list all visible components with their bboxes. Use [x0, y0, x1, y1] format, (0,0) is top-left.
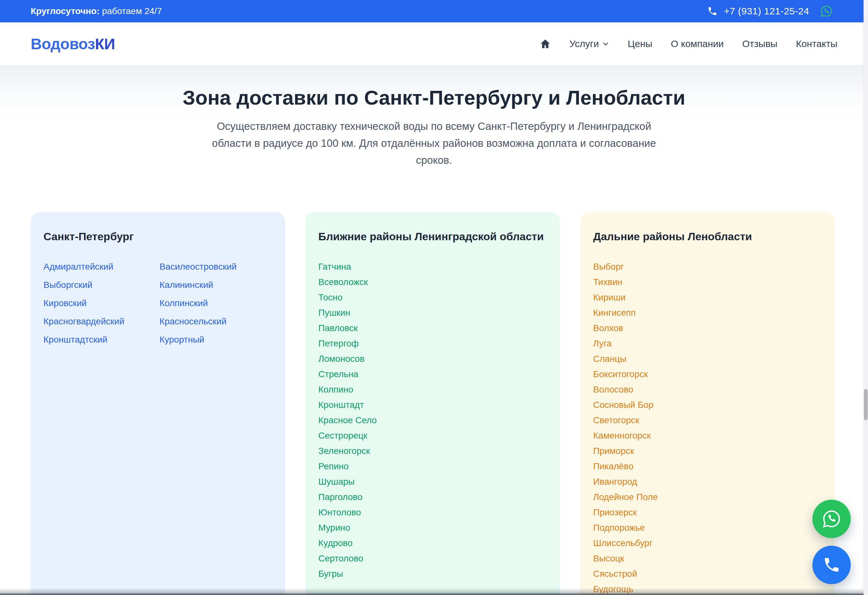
card-saint-petersburg: Санкт-Петербург АдмиралтейскийВасилеостр… — [31, 212, 285, 595]
region-link[interactable]: Сертолово — [318, 553, 363, 564]
region-link[interactable]: Приозерск — [593, 507, 637, 518]
region-link[interactable]: Сосновый Бор — [593, 400, 654, 410]
whatsapp-icon[interactable] — [820, 5, 833, 18]
nav-item-home[interactable] — [539, 38, 551, 50]
nav-item-contacts[interactable]: Контакты — [796, 38, 837, 49]
page-title: Зона доставки по Санкт-Петербургу и Лено… — [0, 86, 868, 110]
region-link[interactable]: Шушары — [318, 476, 354, 487]
whatsapp-icon — [822, 509, 841, 529]
nav-item-prices[interactable]: Цены — [628, 38, 652, 49]
hero-section: Зона доставки по Санкт-Петербургу и Лено… — [0, 65, 868, 169]
district-list: ВыборгТихвинКиришиКингисеппВолховЛугаСла… — [593, 261, 822, 595]
phone-number[interactable]: +7 (931) 121-25-24 — [724, 6, 809, 17]
region-link[interactable]: Павловск — [318, 323, 357, 334]
home-icon — [539, 38, 551, 50]
region-link[interactable]: Ивангород — [593, 476, 637, 487]
region-link[interactable]: Лодейное Поле — [593, 492, 658, 503]
region-link[interactable]: Колпино — [318, 384, 353, 395]
region-link[interactable]: Тихвин — [593, 277, 623, 287]
whatsapp-fab[interactable] — [812, 500, 851, 538]
region-link[interactable]: Красногвардейский — [43, 316, 124, 327]
region-link[interactable]: Бокситогорск — [593, 369, 648, 380]
region-link[interactable]: Будогощь — [593, 584, 633, 595]
phone-icon — [822, 556, 840, 574]
region-link[interactable]: Петергоф — [318, 338, 359, 349]
region-link[interactable]: Кронштадт — [318, 400, 364, 410]
region-link[interactable]: Каменногорск — [593, 430, 651, 441]
region-link[interactable]: Бугры — [318, 568, 343, 579]
region-link[interactable]: Стрельна — [318, 369, 358, 380]
region-link[interactable]: Мурино — [318, 522, 350, 533]
phone-icon — [707, 6, 717, 16]
card-title: Санкт-Петербург — [43, 228, 272, 245]
region-link[interactable]: Пушкин — [318, 308, 350, 318]
nav-item-services[interactable]: Услуги — [570, 38, 609, 49]
region-link[interactable]: Василеостровский — [159, 261, 236, 272]
header: ВодовозКИ Услуги Цены О компании Отзывы … — [0, 22, 868, 65]
region-link[interactable]: Репино — [318, 461, 349, 472]
card-near-lenoblast: Ближние районы Ленинградской области Гат… — [306, 212, 560, 595]
nav-item-about[interactable]: О компании — [671, 38, 723, 49]
region-link[interactable]: Калининский — [159, 280, 213, 290]
schedule-text: Круглосуточно: работаем 24/7 — [31, 6, 162, 16]
region-link[interactable]: Кингисепп — [593, 308, 636, 318]
region-link[interactable]: Пикалёво — [593, 461, 633, 472]
nav-item-reviews[interactable]: Отзывы — [743, 38, 778, 49]
region-link[interactable]: Тосно — [318, 292, 342, 303]
region-link[interactable]: Луга — [593, 338, 612, 349]
region-link[interactable]: Шлиссельбург — [593, 538, 652, 549]
region-link[interactable]: Сестрорецк — [318, 430, 367, 441]
card-title: Ближние районы Ленинградской области — [318, 228, 547, 245]
delivery-zone-cards: Санкт-Петербург АдмиралтейскийВасилеостр… — [0, 212, 868, 595]
card-far-lenoblast: Дальние районы Ленобласти ВыборгТихвинКи… — [580, 212, 835, 595]
region-link[interactable]: Курортный — [159, 334, 204, 345]
region-link[interactable]: Красное Село — [318, 415, 377, 426]
region-link[interactable]: Волхов — [593, 323, 623, 334]
district-list: ГатчинаВсеволожскТосноПушкинПавловскПете… — [318, 261, 547, 579]
region-link[interactable]: Светогорск — [593, 415, 639, 426]
region-link[interactable]: Юнтолово — [318, 507, 361, 518]
region-link[interactable]: Выборг — [593, 261, 624, 272]
region-link[interactable]: Высоцк — [593, 553, 624, 564]
phone-fab[interactable] — [812, 546, 851, 584]
region-link[interactable]: Кронштадтский — [43, 334, 108, 345]
card-title: Дальние районы Ленобласти — [593, 228, 822, 245]
page-subtitle: Осуществляем доставку технической воды п… — [199, 118, 669, 169]
region-link[interactable]: Сясьстрой — [593, 568, 637, 579]
region-link[interactable]: Приморск — [593, 446, 634, 456]
region-link[interactable]: Колпинский — [159, 298, 208, 309]
topbar: Круглосуточно: работаем 24/7 +7 (931) 12… — [0, 0, 868, 22]
main-nav: Услуги Цены О компании Отзывы Контакты — [539, 38, 837, 50]
region-link[interactable]: Выборгский — [43, 280, 92, 290]
region-link[interactable]: Парголово — [318, 492, 362, 503]
scrollbar-track — [864, 0, 868, 595]
region-link[interactable]: Всеволожск — [318, 277, 368, 287]
logo[interactable]: ВодовозКИ — [31, 35, 115, 53]
region-link[interactable]: Подпорожье — [593, 522, 645, 533]
chevron-down-icon — [602, 40, 609, 47]
scrollbar-thumb[interactable] — [864, 389, 868, 420]
region-link[interactable]: Гатчина — [318, 261, 351, 272]
region-link[interactable]: Кировский — [43, 298, 87, 309]
district-list: АдмиралтейскийВасилеостровскийВыборгский… — [43, 261, 272, 345]
region-link[interactable]: Зеленогорск — [318, 446, 370, 456]
region-link[interactable]: Сланцы — [593, 354, 626, 364]
region-link[interactable]: Кириши — [593, 292, 626, 303]
region-link[interactable]: Красносельский — [159, 316, 227, 327]
region-link[interactable]: Кудрово — [318, 538, 353, 549]
region-link[interactable]: Адмиралтейский — [43, 261, 114, 272]
region-link[interactable]: Ломоносов — [318, 354, 365, 364]
region-link[interactable]: Волосово — [593, 384, 633, 395]
